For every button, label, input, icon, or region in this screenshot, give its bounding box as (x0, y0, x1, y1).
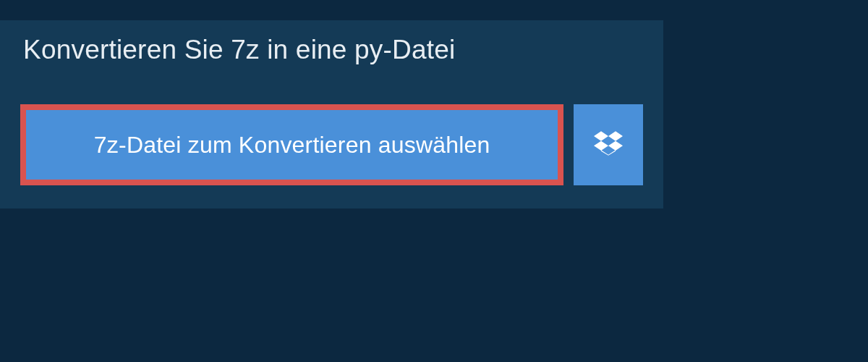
converter-panel: Konvertieren Sie 7z in eine py-Datei 7z-… (0, 20, 663, 209)
select-file-highlight-frame: 7z-Datei zum Konvertieren auswählen (20, 104, 563, 185)
page-title: Konvertieren Sie 7z in eine py-Datei (23, 35, 498, 65)
action-row: 7z-Datei zum Konvertieren auswählen (0, 83, 663, 209)
heading-container: Konvertieren Sie 7z in eine py-Datei (0, 20, 521, 83)
dropbox-button[interactable] (574, 104, 643, 185)
select-file-button[interactable]: 7z-Datei zum Konvertieren auswählen (26, 110, 558, 180)
dropbox-icon (594, 129, 623, 161)
select-file-label: 7z-Datei zum Konvertieren auswählen (94, 132, 490, 159)
